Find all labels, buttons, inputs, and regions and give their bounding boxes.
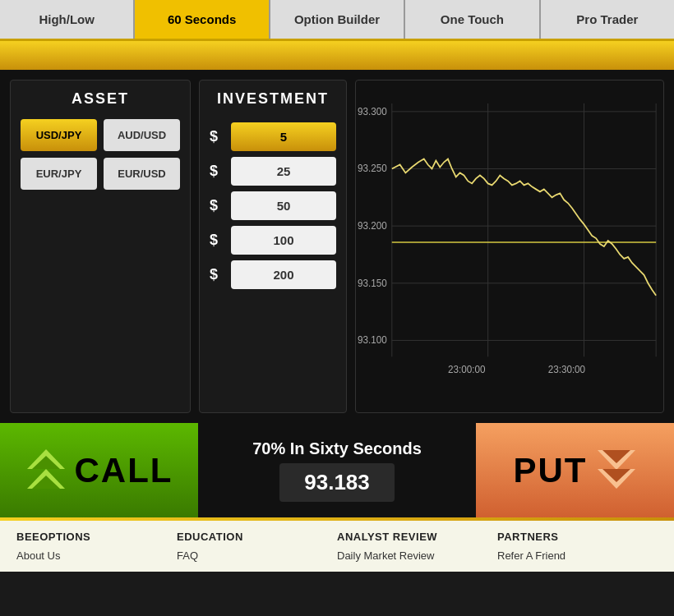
footer-heading-partners: PARTNERS <box>497 531 658 543</box>
tab-protrader[interactable]: Pro Trader <box>541 0 674 39</box>
svg-text:93.150: 93.150 <box>358 278 387 289</box>
gold-banner <box>0 41 674 70</box>
svg-text:93.100: 93.100 <box>358 334 387 346</box>
footer-link-referafriend[interactable]: Refer A Friend <box>497 549 658 562</box>
asset-btn-eurusd[interactable]: EUR/USD <box>104 158 180 190</box>
dollar-sign: $ <box>210 128 226 145</box>
put-button[interactable]: PUT <box>476 423 674 517</box>
action-bar: CALL 70% In Sixty Seconds 93.183 PUT <box>0 423 674 517</box>
tab-bar: High/Low 60 Seconds Option Builder One T… <box>0 0 674 41</box>
tab-60seconds[interactable]: 60 Seconds <box>135 0 270 39</box>
asset-title: ASSET <box>72 90 129 108</box>
call-label: CALL <box>75 451 173 490</box>
invest-row-100: $ 100 <box>210 226 336 255</box>
invest-btn-50[interactable]: 50 <box>231 191 336 220</box>
invest-btn-5[interactable]: 5 <box>231 122 336 151</box>
asset-btn-eurjpy[interactable]: EUR/JPY <box>21 158 97 190</box>
footer: BEEOPTIONS About Us EDUCATION FAQ ANALYS… <box>0 521 674 572</box>
svg-text:23:00:00: 23:00:00 <box>448 364 486 375</box>
svg-text:93.300: 93.300 <box>358 106 387 117</box>
footer-heading-beeoptions: BEEOPTIONS <box>16 531 177 543</box>
tab-optionbuilder[interactable]: Option Builder <box>270 0 405 39</box>
price-chart: 93.300 93.250 93.200 93.150 93.100 23:00… <box>356 87 660 406</box>
call-arrow-icon <box>25 448 67 493</box>
footer-col-analyst: ANALYST REVIEW Daily Market Review <box>337 531 497 562</box>
footer-link-aboutus[interactable]: About Us <box>16 549 177 562</box>
footer-link-faq[interactable]: FAQ <box>177 549 337 562</box>
asset-panel: ASSET USD/JPY AUD/USD EUR/JPY EUR/USD <box>10 80 191 413</box>
footer-heading-analyst: ANALYST REVIEW <box>337 531 497 543</box>
invest-btn-100[interactable]: 100 <box>231 226 336 255</box>
footer-link-dailyreview[interactable]: Daily Market Review <box>337 549 497 562</box>
asset-grid: USD/JPY AUD/USD EUR/JPY EUR/USD <box>21 119 180 190</box>
asset-btn-audusd[interactable]: AUD/USD <box>104 119 180 151</box>
chart-panel: 93.300 93.250 93.200 93.150 93.100 23:00… <box>355 80 664 413</box>
put-arrow-icon <box>596 446 637 491</box>
call-arrows-icon <box>25 448 67 493</box>
call-button[interactable]: CALL <box>0 423 198 517</box>
asset-btn-usdjpy[interactable]: USD/JPY <box>21 119 97 151</box>
put-label: PUT <box>514 451 588 490</box>
svg-text:23:30:00: 23:30:00 <box>548 364 586 375</box>
current-price: 93.183 <box>279 463 395 502</box>
put-arrows-icon <box>596 446 637 494</box>
invest-btn-25[interactable]: 25 <box>231 157 336 186</box>
footer-col-partners: PARTNERS Refer A Friend <box>497 531 658 562</box>
tab-highlow[interactable]: High/Low <box>0 0 135 39</box>
percent-text: 70% In Sixty Seconds <box>252 439 422 458</box>
tab-onetouch[interactable]: One Touch <box>405 0 540 39</box>
investment-title: INVESTMENT <box>217 90 329 108</box>
dollar-sign: $ <box>210 266 226 283</box>
svg-text:93.250: 93.250 <box>358 163 387 174</box>
svg-text:93.200: 93.200 <box>358 220 387 232</box>
invest-btn-200[interactable]: 200 <box>231 260 336 289</box>
investment-panel: INVESTMENT $ 5 $ 25 $ 50 $ 100 $ 200 <box>199 80 347 413</box>
center-info: 70% In Sixty Seconds 93.183 <box>198 423 476 517</box>
dollar-sign: $ <box>210 232 226 249</box>
invest-row-25: $ 25 <box>210 157 336 186</box>
investment-rows: $ 5 $ 25 $ 50 $ 100 $ 200 <box>210 122 336 289</box>
footer-col-beeoptions: BEEOPTIONS About Us <box>16 531 177 562</box>
invest-row-50: $ 50 <box>210 191 336 220</box>
dollar-sign: $ <box>210 163 226 180</box>
invest-row-5: $ 5 <box>210 122 336 151</box>
main-content: ASSET USD/JPY AUD/USD EUR/JPY EUR/USD IN… <box>0 70 674 423</box>
footer-heading-education: EDUCATION <box>177 531 337 543</box>
invest-row-200: $ 200 <box>210 260 336 289</box>
dollar-sign: $ <box>210 197 226 214</box>
footer-col-education: EDUCATION FAQ <box>177 531 337 562</box>
